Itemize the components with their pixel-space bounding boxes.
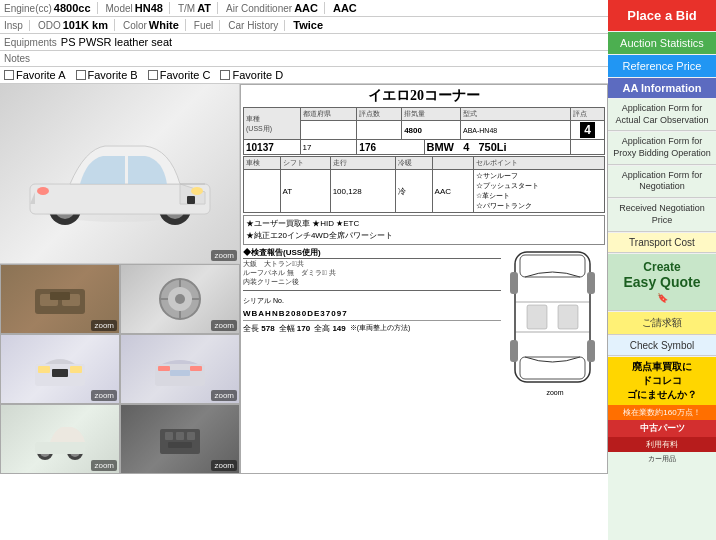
fuel-cell: Fuel	[194, 20, 220, 31]
fav-a-checkbox[interactable]	[4, 70, 14, 80]
ac-value: AAC	[294, 2, 318, 14]
front-svg	[30, 344, 90, 394]
zoom-badge-engine: zoom	[211, 460, 237, 471]
car-diagram: zoom	[505, 247, 605, 396]
easy-quote-line1: Create	[610, 260, 714, 274]
car-placeholder	[0, 84, 239, 263]
thumb-rear[interactable]: zoom	[120, 334, 240, 404]
transport-cost-button[interactable]: Transport Cost	[608, 233, 716, 253]
auction-stats-button[interactable]: Auction Statistics	[608, 32, 716, 54]
fav-c-checkbox[interactable]	[148, 70, 158, 80]
insp-items: 大鈑ゝ大トランクﾞ共 ルーフパネル 無 ダミラーﾞ 共 内装クリーニン後	[243, 259, 501, 286]
color-value: White	[149, 19, 179, 31]
easy-quote-line2: Easy Quote	[610, 274, 714, 290]
svg-rect-33	[35, 442, 85, 454]
app-form-negotiation-link[interactable]: Application Form for Negotiation	[608, 166, 716, 198]
fav-b-checkbox[interactable]	[76, 70, 86, 80]
ad-mid: 検在業数約160万点！	[608, 405, 716, 420]
thumb-wheel[interactable]: zoom	[120, 264, 240, 334]
equipment-row: Equipments PS PWSR leather seat	[0, 34, 608, 51]
thumbnail-grid: zoom zoom	[0, 264, 240, 474]
app-form-proxy-link[interactable]: Application Form for Proxy Bidding Opera…	[608, 132, 716, 164]
svg-rect-40	[520, 255, 585, 277]
svg-rect-48	[527, 305, 547, 329]
easy-quote-button[interactable]: Create Easy Quote 🔖	[608, 254, 716, 311]
fav-d-checkbox[interactable]	[220, 70, 230, 80]
fav-d[interactable]: Favorite D	[220, 69, 283, 81]
mileage-detail: 100,128	[330, 170, 395, 213]
color-cell: Color White	[123, 19, 186, 31]
ad-top: 廃点車買取にドコレコゴにませんか？	[608, 357, 716, 405]
odo-value: 101K km	[63, 19, 108, 31]
left-images: zoom zoom	[0, 84, 240, 474]
options-row1: ★ユーザー買取車 ★HID ★ETC	[246, 218, 602, 230]
dimensions-row: 全長 578 全幅 170 全高 149 ※(車両整上の方法)	[243, 320, 501, 334]
grade-badge: 4	[580, 122, 595, 138]
ad-bottom: 利用有料	[608, 437, 716, 452]
engine-value: 4800cc	[54, 2, 91, 14]
chassis-number: WBAHNB2080DE37097	[243, 309, 348, 318]
aac-cell: AAC	[333, 2, 363, 14]
info-row-2: Insp ODO 101K km Color White Fuel Car Hi…	[0, 17, 608, 34]
thumb-engine[interactable]: zoom	[120, 404, 240, 474]
odo-cell: ODO 101K km	[38, 19, 115, 31]
app-form-observation-link[interactable]: Application Form for Actual Car Observat…	[608, 99, 716, 131]
thumb-side[interactable]: zoom	[0, 404, 120, 474]
model-value: HN48	[135, 2, 163, 14]
ac-cell: Air Conditioner AAC	[226, 2, 325, 14]
ad-car-parts: カー用品	[608, 452, 716, 541]
place-bid-button[interactable]: Place a Bid	[608, 0, 716, 31]
twice-cell: Twice	[293, 19, 329, 31]
twice-value: Twice	[293, 19, 323, 31]
info-row-1: Engine(cc) 4800cc Model HN48 T/M AT Air …	[0, 0, 608, 17]
car-history-cell: Car History	[228, 20, 285, 31]
wheel-svg	[150, 274, 210, 324]
check-symbol-button[interactable]: Check Symbol	[608, 336, 716, 356]
fav-c[interactable]: Favorite C	[148, 69, 211, 81]
svg-point-8	[37, 187, 49, 195]
request-button[interactable]: ご請求額	[608, 312, 716, 335]
car-svg	[15, 114, 225, 234]
shift-cell: AT	[280, 170, 330, 213]
svg-rect-47	[587, 340, 595, 362]
equipment-value: PS PWSR leather seat	[61, 36, 172, 48]
right-sidebar: Place a Bid Auction Statistics Reference…	[608, 0, 716, 540]
zoom-badge-side: zoom	[91, 460, 117, 471]
features-section: ★ユーザー買取車 ★HID ★ETC ★純正エ20インチ4WD全席パワーシート	[243, 215, 605, 245]
aac-value: AAC	[333, 2, 357, 14]
svg-rect-22	[38, 366, 50, 373]
svg-rect-45	[587, 272, 595, 294]
inspection-area: ◆検査報告(USS使用) 大鈑ゝ大トランクﾞ共 ルーフパネル 無 ダミラーﾞ 共…	[243, 247, 605, 396]
svg-rect-41	[520, 357, 585, 379]
displacement-cell: 4800	[402, 121, 461, 140]
diagram-svg	[505, 247, 600, 387]
svg-rect-26	[158, 366, 170, 371]
received-negotiation-link[interactable]: Received Negotiation Price	[608, 199, 716, 231]
svg-rect-27	[190, 366, 202, 371]
svg-rect-37	[187, 432, 195, 440]
thumb-interior[interactable]: zoom	[0, 264, 120, 334]
insp-header: ◆検査報告(USS使用)	[243, 247, 501, 259]
zoom-badge-wheel: zoom	[211, 320, 237, 331]
chassis-area: シリアル No. WBAHNB2080DE37097	[243, 290, 501, 318]
fav-b[interactable]: Favorite B	[76, 69, 138, 81]
svg-rect-13	[50, 292, 70, 300]
lower-area: zoom zoom	[0, 84, 608, 474]
diagram-zoom: zoom	[505, 389, 605, 396]
sheet-details-table: 車検 シフト 走行 冷暖 セルポイント AT 100,128 冷 AAC ☆サン…	[243, 156, 605, 213]
svg-rect-7	[187, 196, 195, 204]
svg-rect-44	[510, 272, 518, 294]
tm-cell: T/M AT	[178, 2, 218, 14]
sheet-top-table: 車種(USS用) 都道府県 評点数 排気量 型式 評点 4800 ABA-HN4…	[243, 107, 605, 155]
svg-rect-28	[170, 370, 190, 376]
svg-point-16	[175, 294, 185, 304]
model-cell: Model HN48	[106, 2, 170, 14]
svg-rect-24	[52, 369, 68, 377]
fav-a[interactable]: Favorite A	[4, 69, 66, 81]
insp-cell: Insp	[4, 20, 30, 31]
main-content: Engine(cc) 4800cc Model HN48 T/M AT Air …	[0, 0, 608, 540]
sidebar-ad-area: 廃点車買取にドコレコゴにませんか？ 検在業数約160万点！ 中古パーツ 利用有料…	[608, 357, 716, 541]
thumb-front[interactable]: zoom	[0, 334, 120, 404]
ref-price-button[interactable]: Reference Price	[608, 55, 716, 77]
main-car-image[interactable]: zoom	[0, 84, 240, 264]
